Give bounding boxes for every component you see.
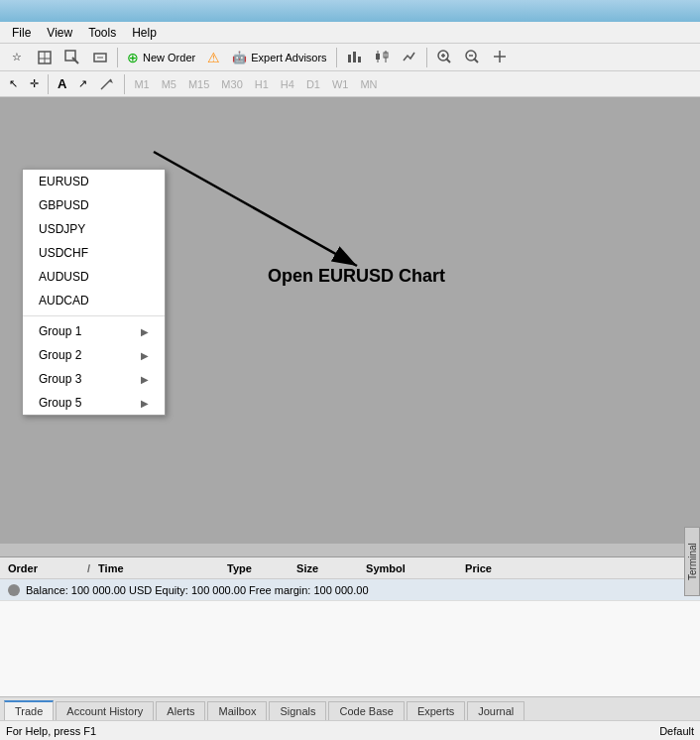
separator5 xyxy=(124,74,125,94)
scroll-button[interactable] xyxy=(487,47,513,68)
chart-area: Open EURUSD Chart EURUSD GBPUSD USDJPY U… xyxy=(0,97,700,544)
tf-label-m1[interactable]: M1 xyxy=(129,76,154,92)
title-bar xyxy=(0,0,700,22)
terminal-label[interactable]: Terminal xyxy=(684,527,700,596)
dropdown-audusd[interactable]: AUDUSD xyxy=(23,265,165,289)
col-price: Price xyxy=(465,562,544,574)
col-type: Type xyxy=(227,562,296,574)
text-button[interactable]: A xyxy=(53,73,71,95)
tab-journal[interactable]: Journal xyxy=(467,701,525,720)
toolbar: ☆ ⊕ New Order ⚠ 🤖 Expert Advisors xyxy=(0,44,700,71)
star-icon: ☆ xyxy=(9,50,25,65)
line-chart-button[interactable] xyxy=(397,47,422,68)
arrow-draw-button[interactable]: ↗ xyxy=(73,73,92,95)
col-symbol: Symbol xyxy=(366,562,465,574)
col-size: Size xyxy=(296,562,366,574)
dropdown-eurusd[interactable]: EURUSD xyxy=(23,170,165,193)
dropdown-group3[interactable]: Group 3 ▶ xyxy=(23,367,165,391)
bar-chart-button[interactable] xyxy=(341,47,367,68)
menu-file[interactable]: File xyxy=(4,24,39,42)
cursor-icon: ↖ xyxy=(9,77,18,90)
separator2 xyxy=(336,48,337,67)
tab-account-history[interactable]: Account History xyxy=(56,701,154,720)
candlestick-icon xyxy=(374,49,390,66)
tf-label-m15[interactable]: M15 xyxy=(183,76,214,92)
zoom-in-button[interactable] xyxy=(431,47,457,68)
tf-label-m30[interactable]: M30 xyxy=(216,76,247,92)
menu-help[interactable]: Help xyxy=(124,24,165,42)
profile-icon xyxy=(92,50,108,65)
tf-label-d1[interactable]: D1 xyxy=(301,76,325,92)
col-slash: / xyxy=(87,562,90,574)
dropdown-usdjpy[interactable]: USDJPY xyxy=(23,217,165,241)
bottom-tabs: Trade Account History Alerts Mailbox Sig… xyxy=(0,696,700,720)
zoom-in-icon xyxy=(436,49,452,66)
group3-arrow: ▶ xyxy=(141,374,149,385)
tab-experts[interactable]: Experts xyxy=(407,701,465,720)
group1-arrow: ▶ xyxy=(141,326,149,337)
tf-label-h1[interactable]: H1 xyxy=(250,76,274,92)
menu-bar: File View Tools Help xyxy=(0,22,700,44)
menu-view[interactable]: View xyxy=(39,24,80,42)
cursor-button[interactable]: ↖ xyxy=(4,73,23,95)
crosshair-button[interactable]: ✛ xyxy=(25,73,44,95)
tab-trade[interactable]: Trade xyxy=(4,700,54,720)
col-time: Time xyxy=(98,562,227,574)
crosshair-icon: ✛ xyxy=(30,77,39,90)
zoom-out-button[interactable] xyxy=(459,47,485,68)
balance-icon xyxy=(8,584,20,596)
dropdown-group2[interactable]: Group 2 ▶ xyxy=(23,343,165,367)
separator1 xyxy=(117,48,118,67)
svg-rect-11 xyxy=(376,54,380,60)
group2-arrow: ▶ xyxy=(141,350,149,361)
tab-alerts[interactable]: Alerts xyxy=(156,701,205,720)
zoom-icon xyxy=(64,50,80,65)
tf-label-h4[interactable]: H4 xyxy=(276,76,299,92)
dropdown-usdchf[interactable]: USDCHF xyxy=(23,241,165,265)
bar-chart-icon xyxy=(346,49,362,66)
warning-icon: ⚠ xyxy=(207,50,220,65)
status-help: For Help, press F1 xyxy=(6,725,96,737)
arrow-draw-icon: ↗ xyxy=(78,77,87,90)
line-chart-icon xyxy=(402,49,417,66)
status-bar: For Help, press F1 Default xyxy=(0,720,700,740)
dropdown-gbpusd[interactable]: GBPUSD xyxy=(23,193,165,217)
separator4 xyxy=(48,74,49,94)
dropdown-audcad[interactable]: AUDCAD xyxy=(23,289,165,312)
tf-label-m5[interactable]: M5 xyxy=(157,76,181,92)
balance-row: Balance: 100 000.00 USD Equity: 100 000.… xyxy=(0,579,700,601)
separator3 xyxy=(426,48,427,67)
tab-signals[interactable]: Signals xyxy=(269,701,326,720)
new-order-button[interactable]: ⊕ New Order xyxy=(122,47,200,68)
favorites-button[interactable]: ☆ xyxy=(4,47,30,68)
draw-button[interactable] xyxy=(94,73,120,95)
warning-button[interactable]: ⚠ xyxy=(202,47,225,68)
zoom-out-icon xyxy=(464,49,480,66)
balance-text: Balance: 100 000.00 USD Equity: 100 000.… xyxy=(26,584,369,596)
toolbar2: ↖ ✛ A ↗ M1 M5 M15 M30 H1 H4 D1 W1 MN xyxy=(0,71,700,97)
expert-icon: 🤖 xyxy=(232,51,247,64)
candlestick-button[interactable] xyxy=(369,47,395,68)
dropdown-sep xyxy=(23,315,165,316)
svg-rect-7 xyxy=(348,55,351,62)
tf-label-mn[interactable]: MN xyxy=(355,76,382,92)
bottom-panel: Order / Time Type Size Symbol Price Bala… xyxy=(0,556,700,720)
dropdown-group5[interactable]: Group 5 ▶ xyxy=(23,391,165,415)
svg-line-15 xyxy=(446,59,450,62)
draw-icon xyxy=(99,75,115,93)
expert-advisors-label: Expert Advisors xyxy=(251,52,326,63)
annotation-text: Open EURUSD Chart xyxy=(268,266,445,287)
svg-rect-8 xyxy=(353,52,356,62)
scroll-icon xyxy=(492,49,508,66)
menu-tools[interactable]: Tools xyxy=(80,24,124,42)
dropdown-group1[interactable]: Group 1 ▶ xyxy=(23,319,165,343)
zoom-button[interactable] xyxy=(59,47,85,68)
tf-label-w1[interactable]: W1 xyxy=(327,76,354,92)
col-order: Order xyxy=(8,562,87,574)
expert-advisors-button[interactable]: 🤖 Expert Advisors xyxy=(227,47,331,68)
tab-code-base[interactable]: Code Base xyxy=(328,701,404,720)
new-chart-button[interactable] xyxy=(32,47,58,68)
tab-mailbox[interactable]: Mailbox xyxy=(207,701,267,720)
profile-button[interactable] xyxy=(87,47,113,68)
dropdown-menu: EURUSD GBPUSD USDJPY USDCHF AUDUSD AUDCA… xyxy=(22,169,166,416)
